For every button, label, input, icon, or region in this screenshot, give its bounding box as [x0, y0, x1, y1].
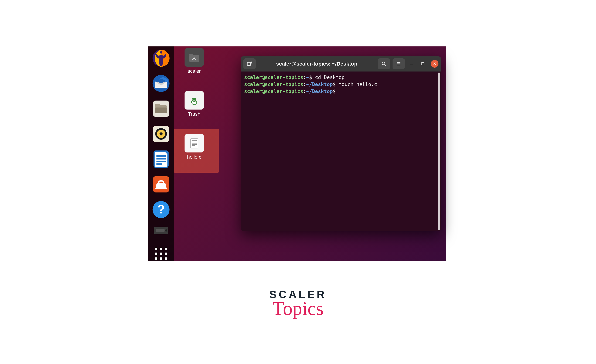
- svg-rect-29: [192, 144, 197, 145]
- new-tab-icon: [246, 61, 253, 67]
- desktop-icon-trash-label: Trash: [174, 111, 214, 117]
- terminal-line: scaler@scaler-topics:~/Desktop$: [244, 88, 438, 95]
- terminal-window: scaler@scaler-topics: ~/Desktop: [241, 56, 441, 231]
- close-icon: [433, 62, 437, 66]
- terminal-body[interactable]: scaler@scaler-topics:~$ cd Desktopscaler…: [241, 72, 441, 231]
- maximize-icon: [421, 62, 425, 66]
- maximize-button[interactable]: [418, 59, 427, 68]
- dock-item-removable-device[interactable]: [151, 225, 171, 236]
- text-file-icon: [185, 134, 204, 152]
- dock-item-thunderbird[interactable]: [151, 74, 171, 93]
- firefox-icon: [151, 49, 171, 68]
- new-tab-button[interactable]: [243, 58, 256, 69]
- desktop-icon-file[interactable]: hello.c: [174, 134, 214, 160]
- minimize-button[interactable]: [407, 59, 416, 68]
- svg-line-33: [385, 65, 386, 66]
- svg-text:?: ?: [157, 202, 165, 216]
- close-button[interactable]: [431, 60, 439, 68]
- desktop-icon-trash[interactable]: Trash: [174, 91, 214, 117]
- removable-device-icon: [151, 225, 171, 236]
- terminal-scrollbar[interactable]: [438, 73, 440, 230]
- search-icon: [381, 61, 387, 67]
- svg-point-9: [159, 132, 163, 135]
- desktop-icon-home-label: scaler: [174, 68, 214, 74]
- svg-rect-14: [156, 161, 166, 162]
- trash-icon: [185, 91, 204, 110]
- svg-rect-27: [192, 141, 197, 142]
- svg-rect-5: [155, 107, 167, 113]
- thunderbird-icon: [151, 74, 171, 93]
- minimize-icon: [409, 61, 414, 66]
- svg-rect-15: [156, 163, 162, 165]
- svg-rect-26: [192, 140, 197, 141]
- svg-rect-38: [422, 63, 424, 65]
- svg-rect-13: [156, 158, 166, 159]
- help-icon: ?: [151, 200, 171, 219]
- svg-rect-24: [194, 59, 195, 60]
- show-applications-button[interactable]: [151, 248, 171, 260]
- rhythmbox-icon: [151, 124, 171, 143]
- svg-rect-20: [156, 229, 164, 232]
- dock-item-ubuntu-software[interactable]: [151, 175, 171, 194]
- hamburger-icon: [396, 61, 401, 67]
- dock: ?: [148, 46, 174, 261]
- files-icon: [151, 99, 171, 118]
- svg-rect-30: [192, 145, 195, 146]
- terminal-line: scaler@scaler-topics:~$ cd Desktop: [244, 74, 438, 81]
- svg-rect-28: [192, 143, 197, 143]
- terminal-line: scaler@scaler-topics:~/Desktop$ touch he…: [244, 81, 438, 88]
- ubuntu-software-icon: [151, 175, 171, 194]
- dock-item-rhythmbox[interactable]: [151, 124, 171, 143]
- desktop-icon-home[interactable]: scaler: [174, 48, 214, 74]
- svg-rect-4: [155, 104, 160, 106]
- dock-item-files[interactable]: [151, 99, 171, 118]
- svg-point-32: [382, 62, 385, 65]
- svg-rect-12: [156, 155, 166, 157]
- svg-point-21: [165, 230, 167, 231]
- desktop-icon-file-label: hello.c: [174, 154, 214, 160]
- brand-watermark: SCALER Topics: [269, 288, 327, 320]
- home-folder-icon: [185, 48, 204, 67]
- dock-item-libreoffice-writer[interactable]: [151, 149, 171, 169]
- terminal-titlebar[interactable]: scaler@scaler-topics: ~/Desktop: [241, 56, 441, 72]
- search-button[interactable]: [378, 58, 390, 69]
- desktop-area[interactable]: scaler Trash: [174, 46, 446, 261]
- menu-button[interactable]: [393, 58, 405, 69]
- svg-rect-23: [189, 54, 193, 56]
- dock-item-help[interactable]: ?: [151, 200, 171, 219]
- svg-rect-31: [247, 62, 250, 66]
- ubuntu-desktop: ? s: [148, 46, 446, 261]
- terminal-title: scaler@scaler-topics: ~/Desktop: [258, 61, 375, 67]
- libreoffice-writer-icon: [151, 149, 171, 169]
- brand-bot: Topics: [269, 297, 327, 320]
- dock-item-firefox[interactable]: [151, 49, 171, 68]
